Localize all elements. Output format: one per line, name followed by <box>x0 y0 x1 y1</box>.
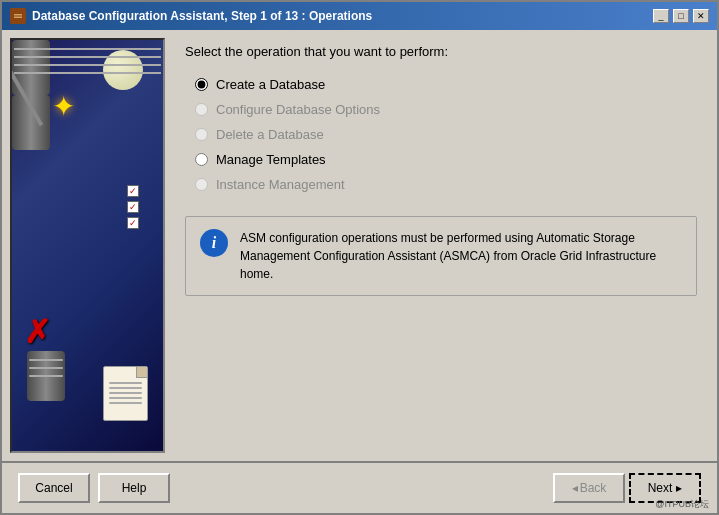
barrel-bottom <box>27 351 65 401</box>
option-configure: Configure Database Options <box>195 102 697 117</box>
option-create: Create a Database <box>195 77 697 92</box>
svg-rect-0 <box>13 11 23 21</box>
decorative-image: ✦ ✓ <box>12 40 163 451</box>
info-icon: i <box>200 229 228 257</box>
app-icon <box>10 8 26 24</box>
back-arrow-icon: ◂ <box>572 481 578 495</box>
window-controls: _ □ ✕ <box>653 9 709 23</box>
maximize-button[interactable]: □ <box>673 9 689 23</box>
help-button[interactable]: Help <box>98 473 170 503</box>
radio-manage[interactable] <box>195 153 208 166</box>
instruction-text: Select the operation that you want to pe… <box>185 44 697 59</box>
info-box: i ASM configuration operations must be p… <box>185 216 697 296</box>
option-delete: Delete a Database <box>195 127 697 142</box>
close-button[interactable]: ✕ <box>693 9 709 23</box>
next-arrow-icon: ▸ <box>676 481 682 495</box>
label-instance: Instance Management <box>216 177 345 192</box>
left-panel: ✦ ✓ <box>10 38 165 453</box>
option-instance: Instance Management <box>195 177 697 192</box>
label-delete: Delete a Database <box>216 127 324 142</box>
content-area: ✦ ✓ <box>2 30 717 461</box>
cancel-button[interactable]: Cancel <box>18 473 90 503</box>
radio-group: Create a Database Configure Database Opt… <box>195 77 697 192</box>
minimize-button[interactable]: _ <box>653 9 669 23</box>
window-title: Database Configuration Assistant, Step 1… <box>32 9 372 23</box>
svg-rect-1 <box>14 14 22 16</box>
info-text: ASM configuration operations must be per… <box>240 229 682 283</box>
document-icon <box>103 366 148 421</box>
radio-create[interactable] <box>195 78 208 91</box>
title-bar: Database Configuration Assistant, Step 1… <box>2 2 717 30</box>
back-button[interactable]: ◂ Back <box>553 473 625 503</box>
svg-rect-2 <box>14 17 22 19</box>
next-label: Next <box>648 481 673 495</box>
bottom-left-buttons: Cancel Help <box>18 473 170 503</box>
bottom-bar: Cancel Help ◂ Back Next ▸ <box>2 461 717 513</box>
x-mark-decoration: ✗ <box>24 313 51 351</box>
label-configure: Configure Database Options <box>216 102 380 117</box>
star-decoration: ✦ <box>52 90 82 120</box>
radio-instance[interactable] <box>195 178 208 191</box>
radio-delete[interactable] <box>195 128 208 141</box>
label-manage: Manage Templates <box>216 152 326 167</box>
back-label: Back <box>580 481 607 495</box>
checklist-decoration: ✓ ✓ ✓ <box>127 185 155 235</box>
label-create: Create a Database <box>216 77 325 92</box>
option-manage: Manage Templates <box>195 152 697 167</box>
radio-configure[interactable] <box>195 103 208 116</box>
title-bar-left: Database Configuration Assistant, Step 1… <box>10 8 372 24</box>
main-window: Database Configuration Assistant, Step 1… <box>0 0 719 515</box>
copyright-text: @ITPUB论坛 <box>655 498 709 511</box>
right-panel: Select the operation that you want to pe… <box>165 30 717 461</box>
